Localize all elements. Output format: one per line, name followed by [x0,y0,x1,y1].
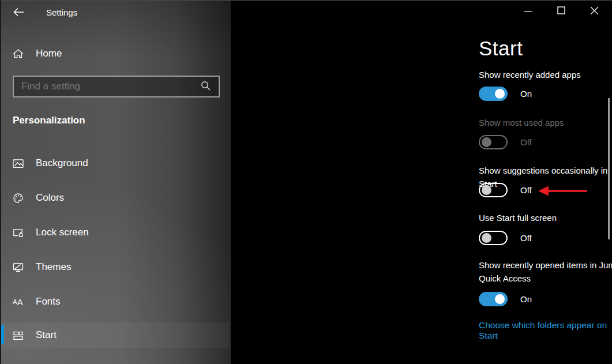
toggle-show-recently-opened-items[interactable] [479,292,508,306]
close-button[interactable] [581,0,607,21]
start-settings-panel: Start Show recently added apps On Show m… [231,0,612,364]
toggle-state: Off [520,185,532,195]
scrollbar-thumb[interactable] [608,98,610,239]
toggle-show-recently-added-apps[interactable] [479,87,508,101]
sidebar-item-label: Themes [36,261,71,273]
page-title: Start [479,37,523,60]
setting-label: Show recently added apps [479,68,581,81]
setting-label: Use Start full screen [479,211,557,224]
fonts-icon: AA [12,295,24,308]
section-heading: Personalization [13,115,85,126]
search-box [13,76,220,97]
setting-show-most-used-apps: Show most used apps Off [479,116,564,129]
minimize-icon [524,7,532,14]
image-icon [12,157,24,170]
sidebar-item-colors[interactable]: Colors [0,185,230,211]
toggle-show-suggestions-occasionally[interactable] [479,183,508,197]
lock-screen-icon [12,226,24,239]
sidebar-item-label: Start [36,329,57,341]
sidebar-item-home[interactable]: Home [0,41,230,66]
start-tiles-icon [12,329,24,342]
toggle-state: Off [520,233,532,243]
maximize-icon [557,6,565,14]
toggle-use-start-full-screen[interactable] [479,231,508,245]
red-annotation-arrow [538,185,591,197]
toggle-state: On [520,89,532,99]
setting-show-recently-added-apps: Show recently added apps On [479,68,581,81]
setting-show-recently-opened-items: Show recently opened items in Jump Lists… [479,258,612,285]
sidebar-item-lock-screen[interactable]: Lock screen [0,220,230,245]
app-title: Settings [46,7,77,17]
choose-folders-link[interactable]: Choose which folders appear on Start [479,320,612,341]
toggle-knob [495,294,505,304]
toggle-knob [482,137,491,147]
toggle-state: Off [520,137,532,147]
toggle-show-most-used-apps-disabled [479,135,508,149]
toggle-state: On [520,294,532,304]
close-icon [590,6,599,15]
minimize-button[interactable] [515,0,541,21]
sidebar-item-label: Colors [36,192,64,204]
themes-icon [12,261,24,273]
selected-item-accent-bar [1,325,4,344]
sidebar-item-background[interactable]: Background [0,151,230,176]
back-arrow-icon [12,6,25,18]
sidebar-item-label: Background [36,157,88,169]
palette-icon [12,192,24,204]
maximize-button[interactable] [548,0,575,21]
back-button[interactable] [7,2,30,22]
sidebar-item-start[interactable]: Start [0,322,230,348]
sidebar-item-label: Fonts [36,296,61,307]
search-input[interactable] [14,81,200,92]
setting-label: Show recently opened items in Jump Lists… [479,258,612,285]
setting-label: Show most used apps [479,116,564,129]
search-icon [200,80,215,93]
sidebar-item-label: Home [36,48,62,59]
sidebar-item-themes[interactable]: Themes [0,254,230,280]
toggle-knob [482,185,491,195]
settings-sidebar: Settings Home Personalization B [0,0,231,364]
setting-use-start-full-screen: Use Start full screen Off [479,211,557,224]
sidebar-item-label: Lock screen [36,227,89,238]
toggle-knob [495,89,505,99]
toggle-knob [482,233,491,243]
sidebar-item-fonts[interactable]: AA Fonts [0,289,230,314]
home-icon [12,47,24,60]
